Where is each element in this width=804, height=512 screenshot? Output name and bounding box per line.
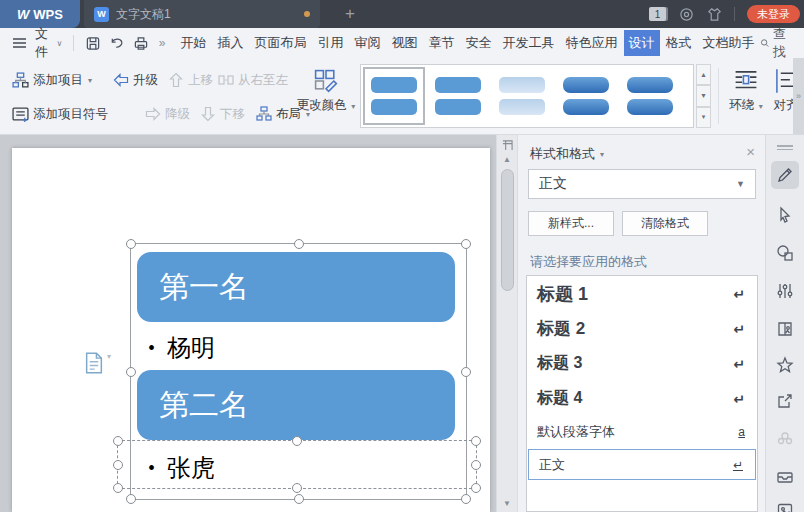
shapes-icon[interactable] xyxy=(771,239,799,267)
quick-access-more-icon[interactable]: » xyxy=(159,36,166,50)
window-count-badge[interactable]: 1 xyxy=(649,7,666,21)
document-tab-label: 文字文稿1 xyxy=(116,6,297,23)
selection-handle[interactable] xyxy=(461,367,471,377)
selection-handle[interactable] xyxy=(292,483,302,493)
share-export-icon[interactable] xyxy=(771,387,799,415)
clear-format-button[interactable]: 清除格式 xyxy=(622,211,708,236)
selection-handle[interactable] xyxy=(292,436,302,446)
smartart-style-thumb-3[interactable] xyxy=(491,67,553,125)
change-colors-button[interactable]: 更改颜色 ▾ xyxy=(295,68,357,114)
tab-security[interactable]: 安全 xyxy=(461,30,497,56)
style-item-default-font[interactable]: 默认段落字体a xyxy=(527,416,757,447)
demote-button: 降级 xyxy=(145,102,190,126)
scroll-up-button[interactable]: ▲ xyxy=(497,155,517,164)
panel-close-icon[interactable]: × xyxy=(746,143,755,160)
ribbon-tab-strip: 开始 插入 页面布局 引用 审阅 视图 章节 安全 开发工具 特色应用 设计 格… xyxy=(176,30,760,56)
selection-handle[interactable] xyxy=(113,483,123,493)
smartart-title-shape-2[interactable]: 第二名 xyxy=(137,370,455,440)
smartart-style-thumb-1-selected[interactable] xyxy=(363,67,425,125)
paragraph-mark-icon: ↵ xyxy=(733,356,745,372)
document-tab[interactable]: W 文字文稿1 xyxy=(84,0,320,28)
skin-icon[interactable] xyxy=(706,6,722,22)
style-item-heading2[interactable]: 标题 2↵ xyxy=(527,311,757,346)
text-wrap-button[interactable]: 环绕 ▾ xyxy=(726,68,766,114)
smartart-style-thumb-5[interactable] xyxy=(619,67,681,125)
promote-button[interactable]: 升级 xyxy=(113,68,158,92)
tab-format[interactable]: 格式 xyxy=(661,30,697,56)
inbox-icon[interactable] xyxy=(771,463,799,491)
material-library-icon[interactable] xyxy=(771,315,799,343)
selection-handle[interactable] xyxy=(461,494,471,504)
smartart-title-shape-1[interactable]: 第一名 xyxy=(137,252,455,322)
favorites-star-icon[interactable] xyxy=(771,351,799,379)
file-menu[interactable]: 文件 xyxy=(35,25,48,61)
selection-handle[interactable] xyxy=(126,239,136,249)
tab-design-active[interactable]: 设计 xyxy=(624,30,660,56)
selection-handle[interactable] xyxy=(126,367,136,377)
selection-handle[interactable] xyxy=(126,494,136,504)
tab-references[interactable]: 引用 xyxy=(313,30,349,56)
smartart-style-thumb-2[interactable] xyxy=(427,67,489,125)
smartart-style-thumb-4[interactable] xyxy=(555,67,617,125)
login-button[interactable]: 未登录 xyxy=(747,5,800,23)
image-tool-icon[interactable] xyxy=(771,497,799,512)
gallery-scroll-down-button[interactable]: ▼ xyxy=(696,85,711,106)
tab-home[interactable]: 开始 xyxy=(176,30,212,56)
smartart-bullet-item-1[interactable]: • 杨明 xyxy=(148,332,215,364)
tab-view[interactable]: 视图 xyxy=(387,30,423,56)
settings-sliders-icon[interactable] xyxy=(771,277,799,305)
tab-special-features[interactable]: 特色应用 xyxy=(561,30,623,56)
selection-handle[interactable] xyxy=(113,436,123,446)
hamburger-menu-icon[interactable] xyxy=(12,37,27,49)
scroll-down-button[interactable]: ▼ xyxy=(497,499,517,508)
menu-bar: 文件 ∨ » 开始 插入 页面布局 xyxy=(0,28,804,58)
smartart-text-pane-toggle[interactable]: ▾ xyxy=(84,352,111,374)
wps-home-tab[interactable]: W WPS xyxy=(0,0,80,28)
selection-handle[interactable] xyxy=(471,483,481,493)
tab-page-layout[interactable]: 页面布局 xyxy=(250,30,312,56)
select-cursor-icon[interactable] xyxy=(771,201,799,229)
tab-section[interactable]: 章节 xyxy=(424,30,460,56)
tab-dev-tools[interactable]: 开发工具 xyxy=(498,30,560,56)
theme-icon[interactable] xyxy=(678,6,694,22)
panel-title-dropdown-icon[interactable]: ▾ xyxy=(600,150,604,159)
new-style-button[interactable]: 新样式... xyxy=(528,211,614,236)
add-bullet-button[interactable]: 添加项目符号 xyxy=(12,102,108,126)
scrollbar-thumb[interactable] xyxy=(501,169,514,291)
panel-drag-handle[interactable] xyxy=(777,143,793,152)
style-item-heading3[interactable]: 标题 3↵ xyxy=(527,346,757,381)
selection-handle[interactable] xyxy=(113,460,123,470)
tab-review[interactable]: 审阅 xyxy=(350,30,386,56)
gallery-scroll-up-button[interactable]: ▲ xyxy=(696,64,711,85)
new-document-tab-button[interactable]: + xyxy=(336,0,364,28)
paragraph-mark-icon: ↵ xyxy=(733,458,743,472)
selection-handle[interactable] xyxy=(471,460,481,470)
add-item-button[interactable]: 添加项目▾ xyxy=(12,68,92,92)
style-item-heading4[interactable]: 标题 4↵ xyxy=(527,381,757,416)
vertical-scrollbar[interactable]: ▲ ▼ xyxy=(496,135,517,512)
move-up-button: 上移 xyxy=(168,68,213,92)
gallery-more-button[interactable]: ▾ xyxy=(696,107,711,128)
ribbon-expand-strip[interactable]: » xyxy=(793,58,804,134)
undo-button[interactable] xyxy=(109,36,125,51)
style-item-body-selected[interactable]: 正文↵ xyxy=(528,449,756,480)
find-button[interactable]: 查找 xyxy=(760,25,791,61)
selection-handle[interactable] xyxy=(471,436,481,446)
styles-pencil-icon[interactable] xyxy=(771,161,799,189)
selection-handle[interactable] xyxy=(461,239,471,249)
tab-insert[interactable]: 插入 xyxy=(213,30,249,56)
ruler-toggle-icon[interactable] xyxy=(497,137,517,153)
tab-doc-assistant[interactable]: 文档助手 xyxy=(698,30,760,56)
apply-format-hint: 请选择要应用的格式 xyxy=(530,253,647,271)
selection-handle[interactable] xyxy=(294,239,304,249)
save-button[interactable] xyxy=(85,36,101,51)
panel-title: 样式和格式 xyxy=(530,145,595,163)
move-down-button: 下移 xyxy=(200,102,245,126)
style-item-heading1[interactable]: 标题 1↵ xyxy=(527,276,757,311)
paragraph-mark-icon: ↵ xyxy=(733,286,745,302)
file-menu-chevron-icon: ∨ xyxy=(56,39,62,48)
style-combobox[interactable]: 正文 ▼ xyxy=(528,169,756,199)
smartart-bullet-item-2[interactable]: • 张虎 xyxy=(148,452,215,484)
selection-handle[interactable] xyxy=(294,494,304,504)
print-button[interactable] xyxy=(133,36,149,51)
